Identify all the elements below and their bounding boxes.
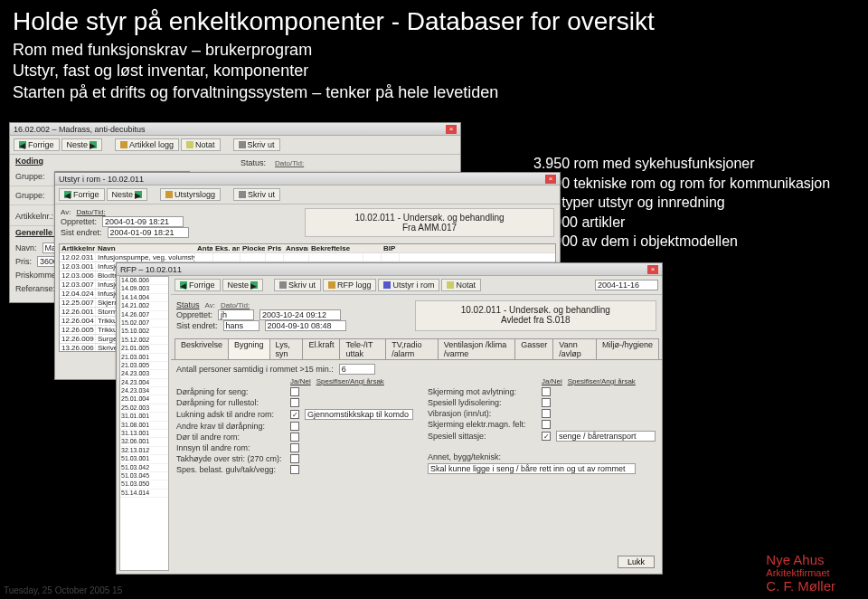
field-sist-d[interactable]: 2004-09-10 08:48 bbox=[265, 320, 346, 331]
checkbox-r1[interactable] bbox=[290, 387, 299, 396]
print-button[interactable]: Skriv ut bbox=[233, 138, 280, 151]
list-item[interactable]: 15.02.007 bbox=[120, 319, 168, 328]
list-item[interactable]: 24.23.034 bbox=[120, 387, 168, 395]
list-item[interactable]: 51.03.042 bbox=[120, 464, 168, 472]
field-opprettet[interactable]: 2004-01-09 18:21 bbox=[102, 216, 184, 227]
checkbox-q2[interactable] bbox=[542, 398, 551, 407]
label-r7: Takhøyde over stri: (270 cm): bbox=[176, 454, 285, 463]
label-janei2: Ja/Nei bbox=[542, 377, 562, 385]
list-item[interactable]: 15.10.002 bbox=[120, 328, 168, 336]
arrow-right-icon: ▶ bbox=[250, 281, 258, 289]
list-item[interactable]: 31.13.001 bbox=[120, 430, 168, 438]
close-button[interactable]: Lukk bbox=[618, 556, 655, 568]
field-sist[interactable]: 2004-01-09 18:21 bbox=[108, 227, 189, 238]
list-item[interactable]: 21.03.001 bbox=[120, 354, 168, 362]
close-icon[interactable]: × bbox=[545, 175, 556, 184]
checkbox-r2[interactable] bbox=[290, 398, 299, 407]
checkbox-r4[interactable] bbox=[290, 422, 299, 431]
list-item[interactable]: 14.09.003 bbox=[120, 285, 168, 293]
print-button[interactable]: Skriv ut bbox=[233, 188, 280, 201]
list-item[interactable]: 14.21.002 bbox=[120, 302, 168, 310]
list-item[interactable]: 31.08.001 bbox=[120, 422, 168, 430]
list-item[interactable]: 25.01.004 bbox=[120, 395, 168, 404]
table-row[interactable]: 12.02.031Infusjonspumpe, veg. volumstyrt bbox=[60, 253, 555, 262]
next-button[interactable]: Neste▶ bbox=[107, 188, 148, 201]
label-artikkelnr: Artikkelnr.: bbox=[15, 212, 53, 221]
tab-gasser[interactable]: Gasser bbox=[514, 338, 553, 359]
list-item[interactable]: 24.23.004 bbox=[120, 379, 168, 387]
list-item[interactable]: 21.01.005 bbox=[120, 345, 168, 353]
tab-vann[interactable]: Vann /avløp bbox=[552, 338, 597, 359]
prev-button[interactable]: ◀Forrige bbox=[59, 188, 105, 201]
list-item[interactable]: 31.01.001 bbox=[120, 413, 168, 421]
field-sist-by[interactable]: hans bbox=[223, 320, 259, 331]
print-icon bbox=[239, 141, 246, 148]
label-janei: Ja/Nei bbox=[290, 377, 311, 385]
prev-button[interactable]: ◀Forrige bbox=[14, 138, 60, 151]
print-button[interactable]: Skriv ut bbox=[274, 279, 321, 291]
label-status: Status bbox=[176, 300, 200, 309]
list-item[interactable]: 51.03.050 bbox=[120, 480, 168, 489]
tab-bygning[interactable]: Bygning bbox=[228, 338, 270, 359]
label-gruppe1: Gruppe: bbox=[15, 172, 45, 181]
note-icon bbox=[186, 141, 193, 148]
field-persons[interactable]: 6 bbox=[339, 364, 375, 375]
notat-button[interactable]: Notat bbox=[441, 279, 481, 291]
close-icon[interactable]: × bbox=[647, 265, 658, 274]
right-info-block: 3.950 rom med sykehusfunksjoner 1.500 te… bbox=[533, 154, 832, 252]
next-button[interactable]: Neste▶ bbox=[222, 279, 264, 291]
label-status: Status: bbox=[241, 158, 266, 167]
rfp-log-button[interactable]: RFP logg bbox=[323, 279, 376, 291]
checkbox-q3[interactable] bbox=[542, 409, 551, 418]
next-button[interactable]: Neste▶ bbox=[61, 138, 103, 151]
tab-elkraft[interactable]: El.kraft bbox=[302, 338, 340, 359]
list-item[interactable]: 32.13.012 bbox=[120, 447, 168, 455]
list-item[interactable]: 21.03.005 bbox=[120, 362, 168, 370]
field-r3-spec[interactable]: Gjennomstikkskap til komdo bbox=[305, 409, 413, 420]
footer-branding: Nye Ahus Arkitektfirmaet C. F. Møller bbox=[766, 553, 835, 594]
list-item[interactable]: 32.06.001 bbox=[120, 438, 168, 446]
tab-miljo[interactable]: Miljø-/hygiene bbox=[596, 338, 659, 359]
label-r4: Andre krav til døråpning: bbox=[176, 422, 285, 431]
list-item[interactable]: 51.03.001 bbox=[120, 455, 168, 463]
field-q5-spec[interactable]: senge / båretransport bbox=[556, 431, 656, 442]
list-item[interactable]: 15.12.002 bbox=[120, 337, 168, 345]
tab-tele[interactable]: Tele-/IT uttak bbox=[339, 338, 386, 359]
field-annet[interactable]: Skal kunne ligge i seng / båre rett inn … bbox=[428, 463, 636, 474]
checkbox-r7[interactable] bbox=[290, 454, 299, 463]
label-pris: Pris: bbox=[15, 257, 32, 266]
list-item[interactable]: 14.26.007 bbox=[120, 311, 168, 319]
label-sist: Sist endret: bbox=[61, 228, 102, 237]
close-icon[interactable]: × bbox=[446, 125, 457, 134]
list-item[interactable]: 14.06.006 bbox=[120, 277, 168, 285]
field-opp-by[interactable]: jh bbox=[218, 309, 254, 320]
tab-beskrivelse[interactable]: Beskrivelse bbox=[175, 338, 229, 359]
list-item[interactable]: 25.02.003 bbox=[120, 404, 168, 413]
tab-lys[interactable]: Lys, syn bbox=[269, 338, 304, 359]
tab-tv[interactable]: TV,radio /alarm bbox=[385, 338, 438, 359]
list-item[interactable]: 14.14.004 bbox=[120, 294, 168, 302]
checkbox-r3[interactable]: ✓ bbox=[290, 410, 299, 419]
tab-vent[interactable]: Ventilasjon /klima /varme bbox=[438, 338, 516, 359]
article-log-button[interactable]: Artikkel logg bbox=[115, 138, 179, 151]
list-item[interactable]: 24.23.003 bbox=[120, 370, 168, 378]
utstyr-button[interactable]: Utstyr i rom bbox=[378, 279, 439, 291]
list-item[interactable]: 51.03.045 bbox=[120, 472, 168, 480]
utstyr-log-button[interactable]: Utstyrslogg bbox=[160, 188, 221, 201]
field-opp-d[interactable]: 2003-10-24 09:12 bbox=[259, 309, 341, 320]
prev-button[interactable]: ◀Forrige bbox=[175, 279, 221, 291]
checkbox-r8[interactable] bbox=[290, 465, 299, 474]
checkbox-q4[interactable] bbox=[542, 420, 551, 429]
arrow-left-icon: ◀ bbox=[19, 141, 26, 148]
checkbox-q1[interactable] bbox=[542, 387, 551, 396]
checkbox-q5[interactable]: ✓ bbox=[542, 432, 551, 441]
info-line-5: 20.000 av dem i objektmodellen bbox=[533, 232, 832, 252]
checkbox-r6[interactable] bbox=[290, 443, 299, 452]
label-referanse: Referanse: bbox=[15, 284, 55, 293]
list-item[interactable]: 51.14.014 bbox=[120, 490, 168, 498]
room-heading: 10.02.011 - Undersøk. og behandling Fra … bbox=[305, 208, 554, 237]
note-button[interactable]: Notat bbox=[181, 138, 221, 151]
checkbox-r5[interactable] bbox=[290, 433, 299, 442]
field-date[interactable]: 2004-11-16 bbox=[595, 280, 658, 290]
article-number-list[interactable]: 14.06.00614.09.00314.14.00414.21.00214.2… bbox=[119, 276, 169, 571]
